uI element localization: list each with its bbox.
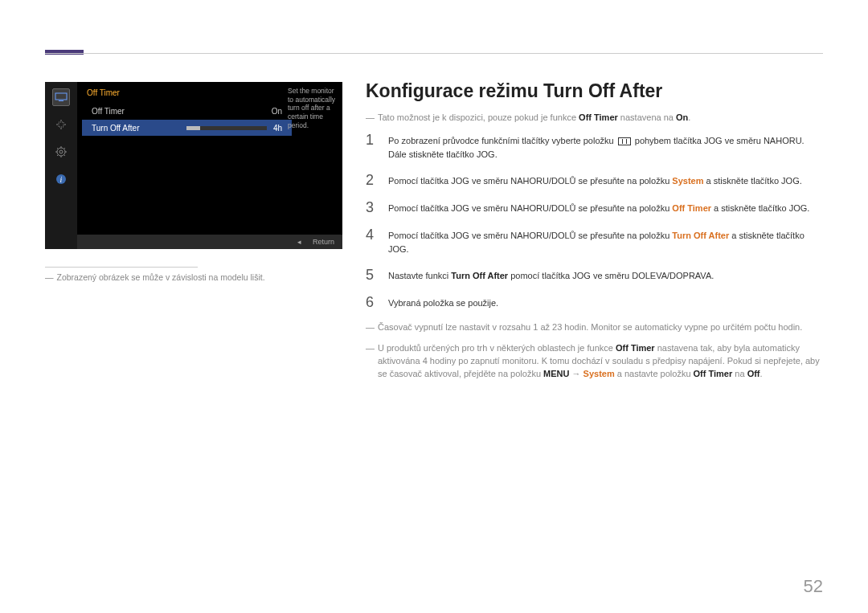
osd-row-label: Turn Off After	[92, 124, 139, 133]
image-caption: ― Zobrazený obrázek se může v závislosti…	[45, 268, 342, 282]
page-heading: Konfigurace režimu Turn Off After	[366, 80, 823, 102]
return-label: Return	[313, 238, 334, 246]
osd-row-label: Off Timer	[92, 107, 125, 116]
step-6: 6 Vybraná položka se použije.	[366, 295, 823, 311]
svg-point-4	[59, 150, 63, 153]
osd-row-value: 4h	[273, 124, 282, 133]
step-number: 4	[366, 227, 377, 243]
settings-icon	[52, 143, 70, 161]
menu-icon	[618, 137, 631, 145]
step-5: 5 Nastavte funkci Turn Off After pomocí …	[366, 268, 823, 284]
step-2: 2 Pomocí tlačítka JOG ve směru NAHORU/DO…	[366, 173, 823, 189]
osd-slider	[186, 126, 267, 130]
dash-icon: ―	[366, 342, 375, 381]
footnote-body: U produktů určených pro trh v některých …	[378, 342, 823, 381]
footnotes: ― Časovač vypnutí lze nastavit v rozsahu…	[366, 321, 823, 381]
step-body: Pomocí tlačítka JOG ve směru NAHORU/DOLŮ…	[388, 227, 823, 256]
info-icon: i	[52, 170, 70, 188]
osd-footer: ◂ Return	[77, 235, 342, 249]
step-number: 3	[366, 200, 377, 216]
page-number: 52	[804, 576, 823, 597]
dash-icon: ―	[366, 112, 375, 125]
step-body: Po zobrazení průvodce funkčními tlačítky…	[388, 133, 823, 161]
osd-sidebar: i	[45, 82, 77, 249]
step-3: 3 Pomocí tlačítka JOG ve směru NAHORU/DO…	[366, 200, 823, 216]
osd-screenshot: i Off Timer Off Timer On Turn Off After …	[45, 82, 342, 249]
svg-rect-1	[59, 100, 63, 101]
right-column: Konfigurace režimu Turn Off After ― Tato…	[366, 80, 823, 389]
step-body: Vybraná položka se použije.	[388, 295, 498, 310]
dash-icon: ―	[45, 272, 54, 282]
osd-row-value: On	[272, 107, 282, 116]
osd-row-off-timer: Off Timer On	[82, 103, 292, 119]
left-column: i Off Timer Off Timer On Turn Off After …	[45, 82, 342, 282]
monitor-icon	[52, 88, 70, 106]
intro-note-body: Tato možnost je k dispozici, pouze pokud…	[378, 112, 823, 125]
step-1: 1 Po zobrazení průvodce funkčními tlačít…	[366, 133, 823, 161]
position-icon	[52, 116, 70, 133]
footnote-2: ― U produktů určených pro trh v některýc…	[366, 342, 823, 381]
osd-row-turn-off-after: Turn Off After 4h	[82, 120, 292, 136]
step-body: Nastavte funkci Turn Off After pomocí tl…	[388, 268, 714, 283]
step-number: 5	[366, 268, 377, 284]
step-number: 2	[366, 173, 377, 189]
svg-rect-0	[55, 93, 67, 100]
steps-list: 1 Po zobrazení průvodce funkčními tlačít…	[366, 133, 823, 310]
step-body: Pomocí tlačítka JOG ve směru NAHORU/DOLŮ…	[388, 173, 802, 188]
step-4: 4 Pomocí tlačítka JOG ve směru NAHORU/DO…	[366, 227, 823, 256]
osd-main: Off Timer Off Timer On Turn Off After 4h…	[77, 82, 342, 249]
step-number: 1	[366, 133, 377, 149]
header-accent	[45, 50, 84, 55]
osd-help-text: Set the monitor to automatically turn of…	[288, 87, 338, 129]
header-rule	[45, 53, 823, 54]
back-icon: ◂	[297, 238, 301, 246]
intro-note: ― Tato možnost je k dispozici, pouze pok…	[366, 112, 823, 125]
caption-text: Zobrazený obrázek se může v závislosti n…	[57, 272, 265, 282]
svg-text:i: i	[60, 175, 63, 184]
dash-icon: ―	[366, 321, 375, 334]
footnote-body: Časovač vypnutí lze nastavit v rozsahu 1…	[378, 321, 823, 334]
step-body: Pomocí tlačítka JOG ve směru NAHORU/DOLŮ…	[388, 200, 809, 215]
svg-rect-2	[59, 122, 63, 127]
step-number: 6	[366, 295, 377, 311]
footnote-1: ― Časovač vypnutí lze nastavit v rozsahu…	[366, 321, 823, 334]
